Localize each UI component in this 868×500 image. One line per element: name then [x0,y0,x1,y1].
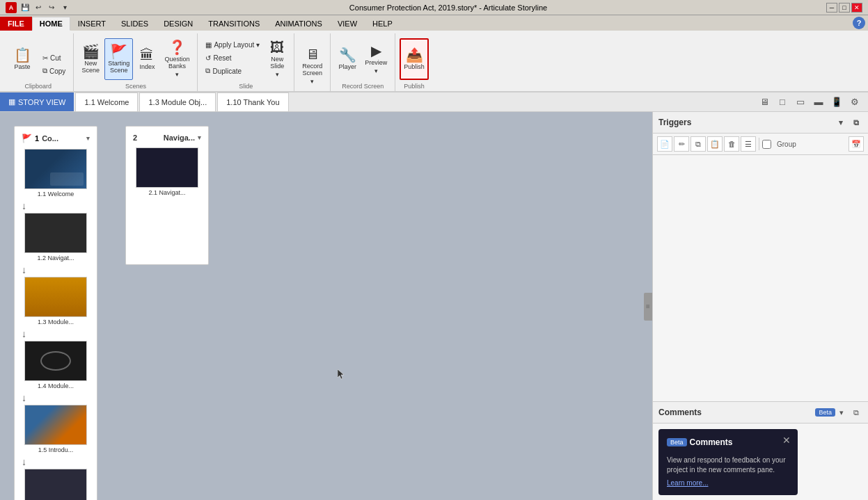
close-button[interactable]: ✕ [851,3,862,13]
slide-1-5-item: 1.5 Introdu... [22,405,90,453]
square-view-button[interactable]: □ [775,95,790,110]
tab-transitions[interactable]: TRANSITIONS [200,17,267,31]
slide-1-3-thumb[interactable] [24,277,87,317]
cut-button[interactable]: ✂ Cut [39,51,69,64]
copy-icon: ⧉ [42,67,47,75]
wide-view-button[interactable]: ▬ [811,95,826,110]
new-scene-button[interactable]: 🎬 NewScene [78,38,103,80]
scene-1-dropdown[interactable]: ▾ [86,135,90,142]
trigger-options-button[interactable]: ☰ [741,136,756,152]
player-button[interactable]: 🔧 Player [335,38,360,80]
tab-insert[interactable]: INSERT [70,17,113,31]
player-label: Player [339,63,357,70]
scene-2-header: 2 Naviga... ▾ [133,134,201,142]
clipboard-col: ✂ Cut ⧉ Copy [39,51,69,80]
starting-scene-button[interactable]: 🚩 StartingScene [104,38,133,80]
trigger-new-button[interactable]: 📄 [657,136,672,152]
trigger-delete-button[interactable]: 🗑 [724,136,739,152]
story-view-tab[interactable]: ▦ STORY VIEW [0,92,74,111]
new-slide-button[interactable]: 🖼 NewSlide ▾ [265,38,290,80]
triggers-content [653,155,868,401]
preview-label: Preview [365,59,387,66]
scene-tab-thankyou-label: 1.10 Thank You [226,98,279,106]
tab-slides[interactable]: SLIDES [113,17,156,31]
mobile-view-button[interactable]: 📱 [829,95,844,110]
rect-view-button[interactable]: ▭ [793,95,808,110]
preview-button[interactable]: ▶ Preview ▾ [361,38,390,80]
tab-design[interactable]: DESIGN [156,17,200,31]
tab-home[interactable]: HOME [32,17,70,31]
tab-animations[interactable]: ANIMATIONS [267,17,330,31]
trigger-edit-button[interactable]: ✏ [674,136,689,152]
tooltip-learn-more[interactable]: Learn more... [667,479,789,487]
apply-layout-button[interactable]: ▦ Apply Layout ▾ [202,38,263,51]
settings-view-button[interactable]: ⚙ [847,95,862,110]
new-slide-label: NewSlide [270,56,284,70]
undo-button[interactable]: ↩ [33,2,44,13]
monitor-view-button[interactable]: 🖥 [757,95,772,110]
trigger-paste-button[interactable]: 📋 [707,136,723,152]
scene-1-flag: 🚩 [22,134,32,143]
tab-help[interactable]: HELP [365,17,400,31]
clipboard-group: 📋 Paste ✂ Cut ⧉ Copy Clipboard [3,33,74,91]
tab-view[interactable]: VIEW [330,17,365,31]
scene-1-title[interactable]: Co... [42,134,84,143]
slide-1-5-thumb[interactable] [24,405,87,445]
slide-1-5-arrow: ↓ [22,456,90,467]
slide-1-3-item: 1.3 Module... [22,277,90,325]
slide-1-6-thumb[interactable] [24,469,87,500]
triggers-panel-title: Triggers [658,118,691,127]
slide-1-2-thumb[interactable] [24,213,87,253]
slide-1-4-item: 1.4 Module... [22,341,90,389]
scene-tab-module-label: 1.3 Module Obj... [148,98,207,106]
scene-2-title[interactable]: Naviga... [164,134,195,142]
scenes-label: Scenes [78,81,193,91]
trigger-copy-button[interactable]: ⧉ [691,136,706,152]
slide-2-1-thumb[interactable] [136,147,198,188]
comments-beta-badge: Beta [815,408,835,417]
comments-header: Comments Beta ▾ ⧉ [653,402,868,424]
copy-button[interactable]: ⧉ Copy [39,65,69,77]
scene-tab-welcome-label: 1.1 Welcome [84,98,129,106]
scene-tab-welcome[interactable]: 1.1 Welcome [75,92,138,111]
index-button[interactable]: 🏛 Index [134,38,159,80]
title-bar-left: A 💾 ↩ ↪ ▾ [6,2,70,13]
scenes-items: 🎬 NewScene 🚩 StartingScene 🏛 Index ❓ Que… [78,33,193,81]
save-button[interactable]: 💾 [19,2,31,13]
paste-label: Paste [14,63,30,70]
minimize-button[interactable]: ─ [826,3,837,13]
quick-access-toolbar: 💾 ↩ ↪ ▾ [19,2,70,13]
slide-1-1-thumb[interactable] [24,149,87,189]
redo-button[interactable]: ↪ [46,2,57,13]
group-checkbox[interactable] [762,140,771,149]
tooltip-close-button[interactable]: ✕ [782,435,791,446]
help-button[interactable]: ? [853,17,865,29]
comments-undock-button[interactable]: ⧉ [850,406,862,419]
scene-tab-module[interactable]: 1.3 Module Obj... [139,92,216,111]
duplicate-button[interactable]: ⧉ Duplicate [202,65,263,77]
right-panel: Triggers ▾ ⧉ 📄 ✏ ⧉ 📋 🗑 ☰ Group 📅 Comment… [652,112,868,500]
question-banks-button[interactable]: ❓ QuestionBanks ▾ [161,38,193,80]
record-screen-icon: 🖥 [306,47,319,61]
publish-group: 📤 Publish Publish [395,33,433,91]
slide-1-4-thumb[interactable] [24,341,87,381]
quick-access-dropdown[interactable]: ▾ [59,2,70,13]
slide-group: ▦ Apply Layout ▾ ↺ Reset ⧉ Duplicate 🖼 [198,33,294,91]
publish-button[interactable]: 📤 Publish [400,38,429,80]
maximize-button[interactable]: □ [839,3,850,13]
comments-dropdown-button[interactable]: ▾ [835,406,848,419]
scene-2-dropdown[interactable]: ▾ [198,134,201,141]
record-screen-button[interactable]: 🖥 RecordScreen ▾ [299,45,326,87]
tab-file[interactable]: FILE [0,17,32,31]
reset-button[interactable]: ↺ Reset [202,51,263,64]
paste-button[interactable]: 📋 Paste [7,38,38,80]
scene-tab-thankyou[interactable]: 1.10 Thank You [217,92,288,111]
new-slide-icon: 🖼 [270,40,284,54]
triggers-dropdown-button[interactable]: ▾ [835,116,847,129]
triggers-undock-button[interactable]: ⧉ [850,116,862,129]
story-view-label: STORY VIEW [18,98,65,106]
duplicate-label: Duplicate [212,67,242,75]
trigger-calendar-button[interactable]: 📅 [849,136,864,152]
canvas-resizer[interactable]: ≡ [644,293,652,321]
slide-1-2-item: 1.2 Navigat... [22,213,90,261]
